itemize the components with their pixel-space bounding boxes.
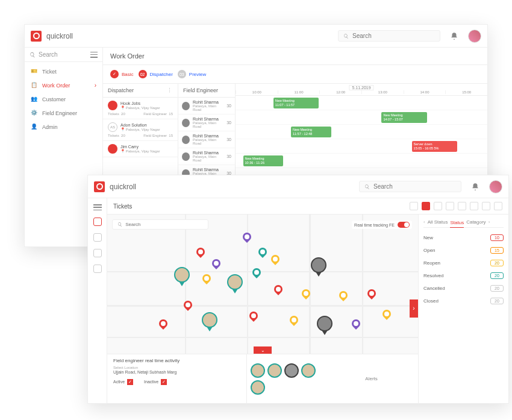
panel-collapse-right[interactable]: ›	[410, 299, 418, 318]
engineer-pin[interactable]	[174, 267, 190, 286]
map-search[interactable]	[112, 219, 208, 230]
ticket-pin[interactable]	[274, 285, 283, 293]
chevron-left-icon[interactable]: ‹	[423, 219, 425, 225]
ticket-pin[interactable]	[271, 255, 279, 263]
ticket-pin[interactable]	[249, 312, 258, 320]
ticket-pin[interactable]	[252, 268, 261, 277]
engineer-avatar[interactable]	[284, 363, 299, 378]
user-icon[interactable]	[482, 202, 490, 210]
global-search-input[interactable]	[373, 183, 456, 190]
ticket-pin[interactable]	[382, 310, 391, 318]
global-search-input[interactable]	[352, 33, 435, 39]
list-view-icon[interactable]	[434, 202, 442, 210]
dispatcher-card[interactable]: Jim Carry📍 Palasiya, Vijay Nagar	[103, 141, 178, 157]
calendar-event[interactable]: New Meeting11:07 - 11:57	[273, 98, 319, 108]
dispatcher-card[interactable]: Hook Jobs📍 Palasiya, Vijay NagarTickets …	[103, 98, 178, 119]
chevron-right-icon[interactable]: ›	[489, 219, 490, 225]
engineer-pin[interactable]	[202, 312, 217, 331]
bell-icon[interactable]	[471, 183, 479, 191]
bottom-panel: Field engineer real time activity Select…	[107, 354, 418, 403]
hour-label: 12:00	[319, 90, 361, 94]
realtime-toggle[interactable]: Real time tracking FE	[352, 221, 412, 229]
engineer-row[interactable]: Rohit SharmaPalasiya, Main Road30	[178, 148, 235, 165]
ticket-pin[interactable]	[212, 259, 220, 268]
rail-item-4[interactable]	[93, 265, 102, 273]
sidebar-item-field-engineer[interactable]: ⚙️Field Engineer	[25, 106, 102, 120]
engineer-pin[interactable]	[317, 316, 332, 335]
sidebar-item-customer[interactable]: 👥Customer	[25, 92, 102, 106]
calendar-event[interactable]: New Meeting11:57 - 12:48	[291, 127, 331, 137]
calendar-event[interactable]: New Meeting14:07 - 15:07	[381, 112, 426, 123]
bell-icon[interactable]	[450, 32, 458, 40]
engineer-avatar[interactable]	[251, 380, 265, 395]
tab-category[interactable]: Catagory	[466, 219, 485, 225]
status-row-new[interactable]: New10	[423, 231, 504, 244]
step-basic[interactable]: ✓Basic	[110, 70, 134, 78]
engineer-avatar[interactable]	[267, 363, 282, 378]
tab-status[interactable]: Status	[450, 220, 464, 228]
engineer-avatar[interactable]	[301, 363, 316, 378]
nav-icon: 👥	[31, 96, 37, 102]
sidebar-item-work-order[interactable]: 📋Work Order›	[25, 78, 102, 92]
ticket-pin[interactable]	[243, 233, 251, 241]
sidebar-search[interactable]: Search	[25, 48, 102, 62]
status-row-resolved[interactable]: Resolved20	[423, 269, 504, 282]
map[interactable]: Real time tracking FE › ⌄ Field engineer…	[107, 215, 418, 403]
engineer-row[interactable]: Rohit SharmaPalasiya, Main Road30	[178, 114, 235, 131]
ticket-pin[interactable]	[290, 316, 298, 324]
ticket-pin[interactable]	[159, 319, 167, 328]
more-icon[interactable]: ⋮	[167, 87, 173, 93]
sidebar-item-ticket[interactable]: 🎫Ticket	[25, 64, 102, 78]
status-row-cancelled[interactable]: Cancelled20	[423, 282, 504, 295]
hamburger-icon[interactable]	[93, 204, 102, 210]
wizard-steps: ✓Basic02Dispatcher03Preview	[103, 65, 487, 84]
sidebar-item-admin[interactable]: 👤Admin	[25, 120, 102, 134]
ticket-pin[interactable]	[202, 274, 211, 283]
refresh-icon[interactable]	[470, 202, 478, 210]
dispatcher-card[interactable]: ASAdon Solution📍 Palasiya, Vijay NagarTi…	[103, 119, 178, 141]
rail-item-3[interactable]	[93, 249, 102, 257]
ticket-pin[interactable]	[352, 319, 360, 328]
engineer-pin[interactable]	[311, 257, 326, 277]
engineer-row[interactable]: Rohit SharmaPalasiya, Main Road30	[178, 98, 235, 114]
engineer-pin[interactable]	[227, 274, 243, 293]
tickets-toolbar: Tickets	[107, 198, 508, 215]
engineer-avatar[interactable]	[251, 363, 265, 378]
status-row-closed[interactable]: Closed20	[423, 295, 504, 307]
global-search[interactable]	[359, 181, 461, 192]
filter-icon[interactable]	[458, 202, 466, 210]
user-avatar[interactable]	[468, 30, 481, 43]
panel-collapse-bottom[interactable]: ⌄	[254, 346, 272, 354]
realtime-label: Real time tracking FE	[354, 223, 395, 227]
step-preview[interactable]: 03Preview	[178, 70, 206, 78]
location-value[interactable]: Ujjain Road, Netaji Subhash Marg	[113, 370, 240, 374]
rail-item-2[interactable]	[93, 233, 102, 242]
toggle-switch[interactable]	[398, 222, 410, 228]
inactive-checkbox[interactable]: ✓	[161, 379, 167, 385]
calendar-event[interactable]: Server down15:05 - 16:05 5%	[412, 141, 457, 152]
step-dispatcher[interactable]: 02Dispatcher	[139, 70, 173, 78]
ticket-pin[interactable]	[367, 289, 376, 298]
add-icon[interactable]	[494, 202, 502, 210]
ticket-pin[interactable]	[258, 248, 267, 256]
engineer-row[interactable]: Rohit SharmaPalasiya, Main Road30	[178, 131, 235, 148]
ticket-pin[interactable]	[184, 301, 192, 309]
calendar-event[interactable]: New Meeting10:36 - 11:26	[243, 155, 284, 166]
map-search-input[interactable]	[125, 222, 203, 227]
columns-icon[interactable]	[446, 202, 454, 210]
search-icon	[117, 222, 122, 227]
hamburger-icon[interactable]	[90, 52, 98, 58]
map-view-icon[interactable]	[422, 202, 430, 210]
rail-item-tickets[interactable]	[93, 218, 102, 226]
active-checkbox[interactable]: ✓	[127, 379, 133, 385]
user-avatar[interactable]	[489, 180, 502, 193]
nav-label: Admin	[42, 124, 58, 130]
tab-all-status[interactable]: All Status	[428, 219, 448, 225]
status-row-reopen[interactable]: Reopen20	[423, 257, 504, 269]
grid-view-icon[interactable]	[410, 202, 418, 210]
status-row-open[interactable]: Open15	[423, 244, 504, 257]
ticket-pin[interactable]	[339, 291, 348, 299]
global-search[interactable]	[338, 30, 440, 42]
ticket-pin[interactable]	[302, 289, 310, 298]
ticket-pin[interactable]	[196, 248, 205, 256]
